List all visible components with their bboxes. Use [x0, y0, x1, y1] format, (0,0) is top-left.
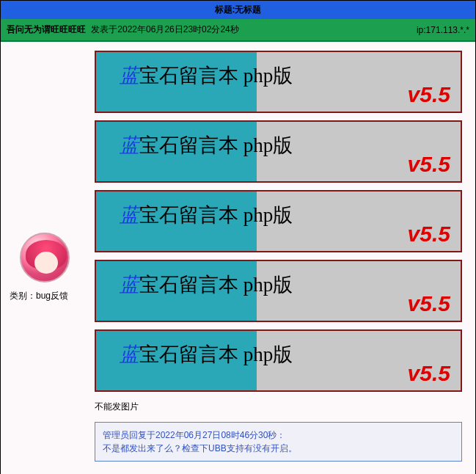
content-area: 蓝宝石留言本 php版 v5.5 蓝宝石留言本 php版 v5.5 蓝宝石留言本… — [89, 42, 475, 474]
banner-title-blue: 蓝 — [120, 274, 139, 296]
banner-image: 蓝宝石留言本 php版 v5.5 — [95, 260, 462, 322]
banner-image: 蓝宝石留言本 php版 v5.5 — [95, 190, 462, 252]
banner-title-blue: 蓝 — [120, 204, 139, 226]
banner-title-blue: 蓝 — [120, 343, 139, 365]
banner-title: 蓝宝石留言本 php版 — [120, 62, 293, 89]
banner-title-rest: 宝石留言本 php版 — [139, 274, 293, 296]
banner-title: 蓝宝石留言本 php版 — [120, 132, 293, 158]
banner-version: v5.5 — [408, 361, 450, 386]
guestbook-entry: 标题:无标题 吾问无为谓旺旺旺旺 发表于2022年06月26日23时02分24秒… — [0, 0, 476, 474]
banner-image: 蓝宝石留言本 php版 v5.5 — [95, 329, 462, 392]
category-label: 类别：bug反馈 — [4, 290, 68, 302]
banner-title: 蓝宝石留言本 php版 — [120, 202, 293, 228]
banner-title: 蓝宝石留言本 php版 — [120, 341, 293, 368]
banner-title-rest: 宝石留言本 php版 — [139, 134, 293, 156]
banner-version: v5.5 — [408, 152, 450, 177]
banner-version: v5.5 — [408, 291, 450, 316]
message-text: 不能发图片 — [95, 401, 462, 413]
banner-image: 蓝宝石留言本 php版 v5.5 — [95, 51, 462, 113]
reply-header: 管理员回复于2022年06月27日08时46分30秒： — [103, 429, 454, 442]
banner-title-rest: 宝石留言本 php版 — [139, 204, 293, 226]
banner-title-blue: 蓝 — [120, 134, 139, 156]
post-time: 发表于2022年06月26日23时02分24秒 — [91, 24, 238, 34]
sidebar: 类别：bug反馈 — [1, 42, 89, 474]
banner-title-rest: 宝石留言本 php版 — [139, 343, 293, 365]
banner-title-rest: 宝石留言本 php版 — [139, 65, 293, 87]
meta-bar: 吾问无为谓旺旺旺旺 发表于2022年06月26日23时02分24秒 ip:171… — [1, 19, 475, 42]
reply-body: 不是都发出来了么？检查下UBB支持有没有开启。 — [103, 442, 454, 455]
avatar — [20, 233, 70, 282]
body-wrap: 类别：bug反馈 蓝宝石留言本 php版 v5.5 蓝宝石留言本 php版 v5… — [1, 42, 475, 474]
author-name: 吾问无为谓旺旺旺旺 — [7, 24, 86, 34]
banner-title: 蓝宝石留言本 php版 — [120, 271, 293, 298]
banner-title-blue: 蓝 — [120, 65, 139, 87]
meta-left: 吾问无为谓旺旺旺旺 发表于2022年06月26日23时02分24秒 — [7, 23, 239, 36]
admin-reply-box: 管理员回复于2022年06月27日08时46分30秒： 不是都发出来了么？检查下… — [95, 422, 462, 462]
banner-version: v5.5 — [408, 222, 450, 247]
banner-image: 蓝宝石留言本 php版 v5.5 — [95, 120, 462, 183]
title-bar: 标题:无标题 — [1, 1, 475, 19]
ip-address: ip:171.113.*.* — [417, 25, 469, 35]
banner-version: v5.5 — [408, 82, 450, 107]
